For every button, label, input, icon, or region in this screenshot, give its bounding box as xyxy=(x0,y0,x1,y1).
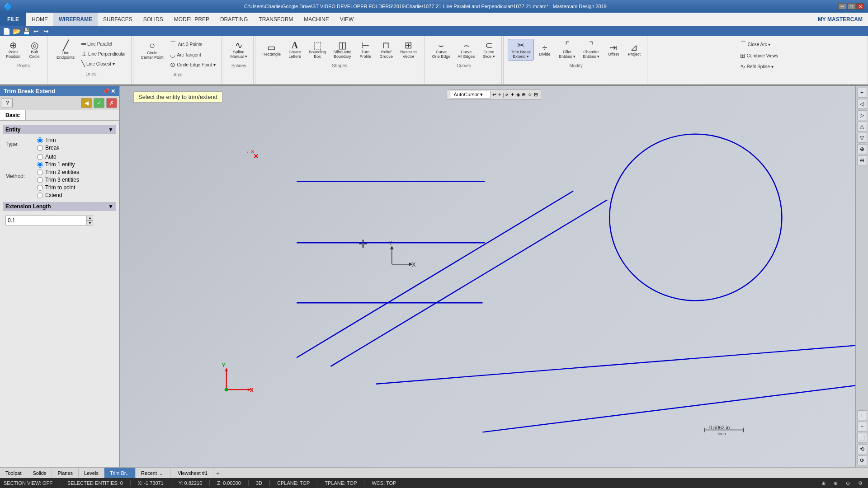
minimize-button[interactable]: ─ xyxy=(838,3,846,9)
ribbon-btn-bounding-box[interactable]: ⬚ BoundingBox xyxy=(306,39,329,61)
panel-help-button[interactable]: ? xyxy=(2,98,13,108)
ribbon-btn-offset[interactable]: ⇥ Offset xyxy=(604,41,623,58)
ribbon-btn-close-arc[interactable]: ⌒ Close Arc ▾ xyxy=(737,39,781,50)
nav-btn-9[interactable]: ⟳ xyxy=(857,455,867,465)
menu-my-mastercam[interactable]: MY MASTERCAM xyxy=(812,13,868,26)
ribbon-btn-curve-all-edges[interactable]: ⌢ CurveAll Edges xyxy=(454,39,478,61)
method-trim1-radio[interactable] xyxy=(37,162,43,168)
nav-btn-1[interactable]: + xyxy=(857,88,867,98)
type-break-radio[interactable] xyxy=(37,145,43,151)
extension-section-header[interactable]: Extension Length ▼ xyxy=(3,202,116,211)
btab-add-button[interactable]: + xyxy=(213,468,222,478)
ribbon-btn-spline-manual[interactable]: ∿ SplineManual ▾ xyxy=(227,39,250,61)
ribbon-btn-trim-break-extend[interactable]: ✂ Trim BreakExtend ▾ xyxy=(508,39,534,61)
btab-levels[interactable]: Levels xyxy=(79,468,104,478)
status-btn-settings[interactable]: ⚙ xyxy=(856,480,864,487)
method-auto-radio[interactable] xyxy=(37,154,43,160)
nav-btn-7[interactable]: ⊖ xyxy=(857,155,867,165)
method-trim3-option[interactable]: Trim 3 entities xyxy=(37,177,79,183)
qat-new[interactable]: 📄 xyxy=(2,27,11,36)
method-trim3-radio[interactable] xyxy=(37,177,43,183)
extension-spin-up[interactable]: ▲ xyxy=(87,216,93,221)
status-btn-zoom[interactable]: ⊙ xyxy=(844,480,852,487)
ribbon-btn-line-closest[interactable]: ╲ Line Closest ▾ xyxy=(79,59,128,69)
method-trim1-option[interactable]: Trim 1 entity xyxy=(37,161,79,168)
ribbon-btn-relief-groove[interactable]: ⊓ ReliefGroove xyxy=(376,39,396,61)
nav-btn-2[interactable]: ◁ xyxy=(857,99,867,109)
ribbon-btn-project[interactable]: ⊿ Project xyxy=(624,41,644,58)
ribbon-btn-fillet[interactable]: ⌜ FilletEntities ▾ xyxy=(556,39,579,61)
btab-toolpat[interactable]: Toolpat xyxy=(0,468,27,478)
ribbon-btn-refit-spline[interactable]: ∿ Refit Spline ▾ xyxy=(737,61,781,71)
nav-btn-fit[interactable]: ⬜ xyxy=(857,433,867,443)
ribbon-btn-line-endpoints[interactable]: ╱ LineEndpoints xyxy=(53,39,78,61)
ribbon-btn-circle-center[interactable]: ○ CircleCenter Point xyxy=(137,39,166,61)
panel-tab-basic[interactable]: Basic xyxy=(0,110,26,120)
btab-recent[interactable]: Recent ... xyxy=(136,468,168,478)
method-trim2-radio[interactable] xyxy=(37,169,43,175)
menu-home[interactable]: HOME xyxy=(26,13,53,26)
qat-undo[interactable]: ↩ xyxy=(32,27,41,36)
ribbon-btn-create-letters[interactable]: A CreateLetters xyxy=(285,39,305,61)
status-btn-grid[interactable]: ⊞ xyxy=(820,480,827,487)
ribbon-btn-point-position[interactable]: ⊕ PointPosition xyxy=(3,39,24,61)
ribbon-btn-circle-edge[interactable]: ⊙ Circle Edge Point ▾ xyxy=(167,60,218,70)
ribbon-btn-divide[interactable]: ÷ Divide xyxy=(535,41,555,58)
btab-solids[interactable]: Solids xyxy=(27,468,52,478)
nav-btn-6[interactable]: ⊕ xyxy=(857,144,867,154)
qat-open[interactable]: 📂 xyxy=(12,27,21,36)
menu-drafting[interactable]: DRAFTING xyxy=(215,13,253,26)
ribbon-btn-arc-3-points[interactable]: ⌒ Arc 3 Points xyxy=(167,39,218,50)
nav-btn-zoom-out[interactable]: − xyxy=(857,422,867,432)
method-trim-to-point-radio[interactable] xyxy=(37,185,43,191)
canvas-area[interactable]: AutoCursor ▾ ↩ ⌖ | ⌀ ✦ ◈ ⊕ ☆ ⊞ Select th… xyxy=(120,86,868,467)
btab-trim-br[interactable]: Trim Br... xyxy=(104,468,136,478)
qat-save[interactable]: 💾 xyxy=(22,27,31,36)
menu-transform[interactable]: TRANSFORM xyxy=(253,13,298,26)
ribbon-btn-silhouette[interactable]: ◫ SilhouetteBoundary xyxy=(330,39,354,61)
menu-machine[interactable]: MACHINE xyxy=(298,13,334,26)
ribbon-btn-combine-views[interactable]: ⊞ Combine Views xyxy=(737,51,781,61)
btab-planes[interactable]: Planes xyxy=(52,468,79,478)
ribbon-btn-chamfer[interactable]: ⌝ ChamferEntities ▾ xyxy=(580,39,603,61)
restore-button[interactable]: □ xyxy=(847,3,855,9)
panel-pin-icon[interactable]: 📌 xyxy=(103,88,109,94)
panel-ok-button[interactable]: ✓ xyxy=(94,98,104,108)
type-trim-option[interactable]: Trim xyxy=(37,137,59,143)
method-extend-option[interactable]: Extend xyxy=(37,192,79,198)
close-button[interactable]: ✕ xyxy=(856,3,864,9)
nav-btn-zoom-in[interactable]: + xyxy=(857,410,867,420)
extension-spin-down[interactable]: ▼ xyxy=(87,221,93,225)
ribbon-btn-curve-one-edge[interactable]: ⌣ CurveOne Edge xyxy=(429,39,454,61)
panel-cancel-button[interactable]: ✗ xyxy=(106,98,117,108)
panel-back-button[interactable]: ◀ xyxy=(81,98,92,108)
status-btn-snap[interactable]: ⊕ xyxy=(832,480,840,487)
nav-btn-5[interactable]: ▽ xyxy=(857,133,867,143)
extension-length-input[interactable] xyxy=(5,216,87,225)
ribbon-btn-line-perpendicular[interactable]: ⊥ Line Perpendicular xyxy=(79,49,128,59)
menu-model-prep[interactable]: MODEL PREP xyxy=(169,13,215,26)
menu-solids[interactable]: SOLIDS xyxy=(138,13,169,26)
method-extend-radio[interactable] xyxy=(37,192,43,198)
ribbon-btn-line-parallel[interactable]: ═ Line Parallel xyxy=(79,39,128,49)
menu-file[interactable]: FILE xyxy=(0,13,26,26)
qat-redo[interactable]: ↪ xyxy=(42,27,51,36)
menu-surfaces[interactable]: SURFACES xyxy=(98,13,138,26)
ribbon-btn-curve-slice[interactable]: ⊂ CurveSlice ▾ xyxy=(479,39,499,61)
menu-wireframe[interactable]: WIREFRAME xyxy=(53,13,98,26)
panel-close-icon[interactable]: ✕ xyxy=(111,88,115,94)
method-trim-to-point-option[interactable]: Trim to point xyxy=(37,184,79,191)
entity-section-header[interactable]: Entity ▼ xyxy=(3,125,116,134)
menu-view[interactable]: VIEW xyxy=(335,13,359,26)
ribbon-btn-turn-profile[interactable]: ⊢ TurnProfile xyxy=(355,39,375,61)
ribbon-btn-rectangle[interactable]: ▭ Rectangle xyxy=(259,41,284,58)
type-break-option[interactable]: Break xyxy=(37,145,59,151)
nav-btn-3[interactable]: ▷ xyxy=(857,110,867,120)
nav-btn-4[interactable]: △ xyxy=(857,122,867,131)
type-trim-radio[interactable] xyxy=(37,137,43,143)
ribbon-btn-arc-tangent[interactable]: ◡ Arc Tangent xyxy=(167,50,218,60)
drawing-canvas[interactable]: X Y X Y 0.5062 in Inch xyxy=(120,86,868,467)
nav-btn-8[interactable]: ⟲ xyxy=(857,444,867,454)
btab-viewsheet[interactable]: Viewsheet #1 xyxy=(172,468,213,478)
method-auto-option[interactable]: Auto xyxy=(37,154,79,160)
